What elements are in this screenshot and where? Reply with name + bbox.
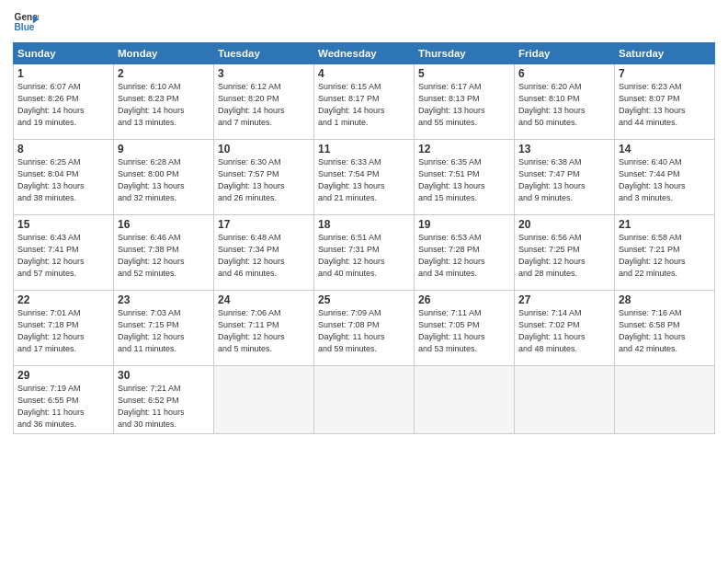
day-info: Sunrise: 6:58 AM Sunset: 7:21 PM Dayligh…: [619, 232, 711, 280]
calendar-cell: [214, 366, 314, 434]
day-info: Sunrise: 7:11 AM Sunset: 7:05 PM Dayligh…: [418, 307, 510, 355]
day-info: Sunrise: 6:20 AM Sunset: 8:10 PM Dayligh…: [518, 81, 610, 129]
day-number: 29: [17, 369, 109, 382]
day-info: Sunrise: 6:15 AM Sunset: 8:17 PM Dayligh…: [318, 81, 410, 129]
calendar-cell: 10Sunrise: 6:30 AM Sunset: 7:57 PM Dayli…: [214, 140, 314, 215]
day-info: Sunrise: 6:23 AM Sunset: 8:07 PM Dayligh…: [619, 81, 711, 129]
day-info: Sunrise: 6:40 AM Sunset: 7:44 PM Dayligh…: [619, 156, 711, 204]
day-number: 18: [318, 218, 410, 231]
calendar-cell: 7Sunrise: 6:23 AM Sunset: 8:07 PM Daylig…: [615, 64, 715, 140]
day-number: 1: [17, 67, 109, 80]
day-number: 27: [518, 293, 610, 306]
weekday-header: Tuesday: [214, 43, 314, 64]
day-info: Sunrise: 7:14 AM Sunset: 7:02 PM Dayligh…: [518, 307, 610, 355]
logo-icon: General Blue: [13, 9, 39, 35]
weekday-header: Saturday: [615, 43, 715, 64]
day-info: Sunrise: 7:03 AM Sunset: 7:15 PM Dayligh…: [118, 307, 210, 355]
day-number: 20: [518, 218, 610, 231]
day-number: 26: [418, 293, 510, 306]
calendar-cell: 28Sunrise: 7:16 AM Sunset: 6:58 PM Dayli…: [615, 291, 715, 366]
weekday-header: Friday: [515, 43, 615, 64]
calendar-cell: 29Sunrise: 7:19 AM Sunset: 6:55 PM Dayli…: [14, 366, 114, 434]
calendar-cell: 26Sunrise: 7:11 AM Sunset: 7:05 PM Dayli…: [415, 291, 515, 366]
header: General Blue: [13, 9, 715, 35]
calendar-table: SundayMondayTuesdayWednesdayThursdayFrid…: [13, 42, 715, 434]
day-info: Sunrise: 7:19 AM Sunset: 6:55 PM Dayligh…: [17, 383, 109, 431]
day-info: Sunrise: 6:30 AM Sunset: 7:57 PM Dayligh…: [218, 156, 310, 204]
day-number: 13: [518, 143, 610, 155]
weekday-header: Monday: [114, 43, 214, 64]
day-number: 5: [418, 67, 510, 80]
day-number: 2: [118, 67, 210, 80]
day-info: Sunrise: 7:01 AM Sunset: 7:18 PM Dayligh…: [17, 307, 109, 355]
day-info: Sunrise: 6:48 AM Sunset: 7:34 PM Dayligh…: [218, 232, 310, 280]
calendar-cell: 4Sunrise: 6:15 AM Sunset: 8:17 PM Daylig…: [314, 64, 415, 140]
calendar-cell: 6Sunrise: 6:20 AM Sunset: 8:10 PM Daylig…: [515, 64, 615, 140]
day-info: Sunrise: 6:43 AM Sunset: 7:41 PM Dayligh…: [17, 232, 109, 280]
day-number: 14: [619, 143, 711, 155]
calendar-cell: 23Sunrise: 7:03 AM Sunset: 7:15 PM Dayli…: [114, 291, 214, 366]
day-number: 17: [218, 218, 310, 231]
day-info: Sunrise: 6:12 AM Sunset: 8:20 PM Dayligh…: [218, 81, 310, 129]
svg-text:Blue: Blue: [15, 22, 35, 32]
calendar-cell: 5Sunrise: 6:17 AM Sunset: 8:13 PM Daylig…: [415, 64, 515, 140]
day-info: Sunrise: 6:33 AM Sunset: 7:54 PM Dayligh…: [318, 156, 410, 204]
calendar-cell: 17Sunrise: 6:48 AM Sunset: 7:34 PM Dayli…: [214, 215, 314, 291]
calendar-cell: 13Sunrise: 6:38 AM Sunset: 7:47 PM Dayli…: [515, 140, 615, 215]
day-number: 21: [619, 218, 711, 231]
day-number: 28: [619, 293, 711, 306]
calendar-cell: 25Sunrise: 7:09 AM Sunset: 7:08 PM Dayli…: [314, 291, 415, 366]
calendar-cell: 18Sunrise: 6:51 AM Sunset: 7:31 PM Dayli…: [314, 215, 415, 291]
calendar-cell: 11Sunrise: 6:33 AM Sunset: 7:54 PM Dayli…: [314, 140, 415, 215]
day-info: Sunrise: 6:38 AM Sunset: 7:47 PM Dayligh…: [518, 156, 610, 204]
day-info: Sunrise: 6:10 AM Sunset: 8:23 PM Dayligh…: [118, 81, 210, 129]
day-info: Sunrise: 7:21 AM Sunset: 6:52 PM Dayligh…: [118, 383, 210, 431]
day-number: 10: [218, 143, 310, 155]
weekday-header: Sunday: [14, 43, 114, 64]
calendar-cell: 16Sunrise: 6:46 AM Sunset: 7:38 PM Dayli…: [114, 215, 214, 291]
logo: General Blue: [13, 9, 39, 35]
day-info: Sunrise: 6:17 AM Sunset: 8:13 PM Dayligh…: [418, 81, 510, 129]
day-info: Sunrise: 6:46 AM Sunset: 7:38 PM Dayligh…: [118, 232, 210, 280]
calendar-cell: 30Sunrise: 7:21 AM Sunset: 6:52 PM Dayli…: [114, 366, 214, 434]
day-number: 23: [118, 293, 210, 306]
day-number: 11: [318, 143, 410, 155]
day-number: 9: [118, 143, 210, 155]
day-number: 15: [17, 218, 109, 231]
day-info: Sunrise: 7:06 AM Sunset: 7:11 PM Dayligh…: [218, 307, 310, 355]
day-info: Sunrise: 6:35 AM Sunset: 7:51 PM Dayligh…: [418, 156, 510, 204]
day-number: 24: [218, 293, 310, 306]
day-number: 25: [318, 293, 410, 306]
calendar-cell: 3Sunrise: 6:12 AM Sunset: 8:20 PM Daylig…: [214, 64, 314, 140]
day-number: 22: [17, 293, 109, 306]
calendar-cell: 8Sunrise: 6:25 AM Sunset: 8:04 PM Daylig…: [14, 140, 114, 215]
calendar-page: General Blue SundayMondayTuesdayWednesda…: [0, 0, 728, 563]
calendar-cell: 19Sunrise: 6:53 AM Sunset: 7:28 PM Dayli…: [415, 215, 515, 291]
calendar-cell: 21Sunrise: 6:58 AM Sunset: 7:21 PM Dayli…: [615, 215, 715, 291]
day-info: Sunrise: 6:56 AM Sunset: 7:25 PM Dayligh…: [518, 232, 610, 280]
day-info: Sunrise: 6:28 AM Sunset: 8:00 PM Dayligh…: [118, 156, 210, 204]
calendar-cell: 20Sunrise: 6:56 AM Sunset: 7:25 PM Dayli…: [515, 215, 615, 291]
weekday-header: Thursday: [415, 43, 515, 64]
weekday-header: Wednesday: [314, 43, 415, 64]
day-info: Sunrise: 6:53 AM Sunset: 7:28 PM Dayligh…: [418, 232, 510, 280]
day-number: 4: [318, 67, 410, 80]
day-info: Sunrise: 6:51 AM Sunset: 7:31 PM Dayligh…: [318, 232, 410, 280]
calendar-cell: 1Sunrise: 6:07 AM Sunset: 8:26 PM Daylig…: [14, 64, 114, 140]
calendar-cell: [615, 366, 715, 434]
day-number: 19: [418, 218, 510, 231]
calendar-cell: 22Sunrise: 7:01 AM Sunset: 7:18 PM Dayli…: [14, 291, 114, 366]
calendar-cell: 2Sunrise: 6:10 AM Sunset: 8:23 PM Daylig…: [114, 64, 214, 140]
calendar-cell: [314, 366, 415, 434]
day-info: Sunrise: 7:16 AM Sunset: 6:58 PM Dayligh…: [619, 307, 711, 355]
calendar-cell: 9Sunrise: 6:28 AM Sunset: 8:00 PM Daylig…: [114, 140, 214, 215]
calendar-cell: 24Sunrise: 7:06 AM Sunset: 7:11 PM Dayli…: [214, 291, 314, 366]
day-info: Sunrise: 7:09 AM Sunset: 7:08 PM Dayligh…: [318, 307, 410, 355]
day-number: 6: [518, 67, 610, 80]
day-number: 8: [17, 143, 109, 155]
day-info: Sunrise: 6:07 AM Sunset: 8:26 PM Dayligh…: [17, 81, 109, 129]
calendar-cell: [415, 366, 515, 434]
day-info: Sunrise: 6:25 AM Sunset: 8:04 PM Dayligh…: [17, 156, 109, 204]
calendar-cell: [515, 366, 615, 434]
day-number: 12: [418, 143, 510, 155]
